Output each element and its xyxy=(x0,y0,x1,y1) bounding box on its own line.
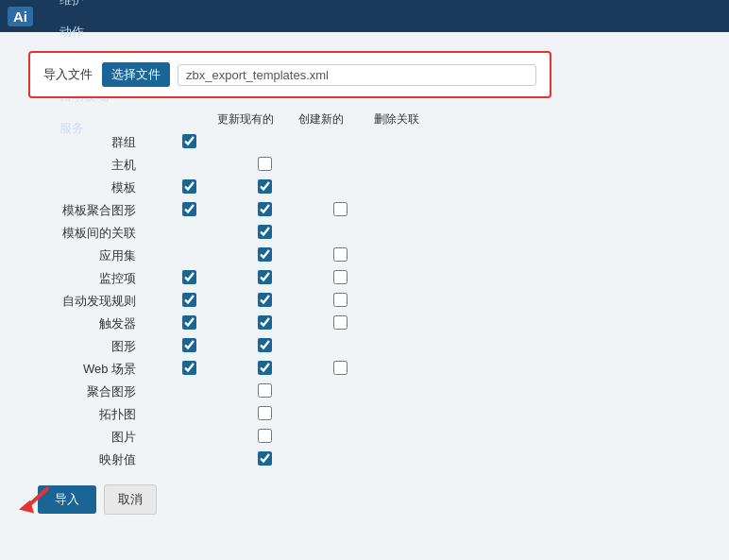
row-label: 自动发现规则 xyxy=(38,290,151,313)
checkbox-update[interactable] xyxy=(151,267,227,290)
checkbox-create[interactable] xyxy=(227,358,302,381)
col-header-create: 创建新的 xyxy=(283,111,359,127)
checkbox-update[interactable] xyxy=(151,245,227,267)
table-row: 模板聚合图形 xyxy=(38,199,378,222)
nav-item-维护[interactable]: 维护 xyxy=(48,0,132,16)
checkbox-update[interactable] xyxy=(151,131,227,154)
col-header-delete: 删除关联 xyxy=(359,111,434,127)
checkbox-create[interactable] xyxy=(227,381,302,403)
checkbox-create[interactable] xyxy=(227,199,302,222)
table-row: 映射值 xyxy=(38,449,378,471)
checkbox-update[interactable] xyxy=(151,154,227,177)
row-label: 模板间的关联 xyxy=(38,222,151,245)
col-header-update: 更新现有的 xyxy=(208,111,283,127)
table-row: 模板 xyxy=(38,177,378,199)
cancel-button[interactable]: 取消 xyxy=(104,484,157,515)
table-row: 图片 xyxy=(38,426,378,449)
checkbox-create[interactable] xyxy=(227,177,302,199)
import-file-box: 导入文件 选择文件 xyxy=(28,51,551,98)
checkbox-delete[interactable] xyxy=(302,313,378,335)
checkbox-create[interactable] xyxy=(227,267,302,290)
table-row: 主机 xyxy=(38,154,378,177)
checkbox-delete-empty xyxy=(302,177,378,199)
checkbox-create[interactable] xyxy=(227,222,302,245)
checkbox-delete-empty xyxy=(302,403,378,426)
checkbox-update[interactable] xyxy=(151,358,227,381)
row-label: 图形 xyxy=(38,335,151,358)
checkbox-update[interactable] xyxy=(151,403,227,426)
checkbox-delete-empty xyxy=(302,131,378,154)
checkbox-create[interactable] xyxy=(227,290,302,313)
checkbox-create[interactable] xyxy=(227,131,302,154)
checkbox-create[interactable] xyxy=(227,154,302,177)
rules-table: 群组主机模板模板聚合图形模板间的关联应用集监控项自动发现规则触发器图形Web 场… xyxy=(38,131,378,471)
checkbox-delete[interactable] xyxy=(302,290,378,313)
checkbox-update[interactable] xyxy=(151,313,227,335)
checkbox-update[interactable] xyxy=(151,222,227,245)
checkbox-create[interactable] xyxy=(227,313,302,335)
checkbox-update[interactable] xyxy=(151,290,227,313)
row-label: 图片 xyxy=(38,426,151,449)
checkbox-delete[interactable] xyxy=(302,245,378,267)
checkbox-delete-empty xyxy=(302,381,378,403)
row-label: 映射值 xyxy=(38,449,151,471)
brand-logo: Ai xyxy=(8,7,33,26)
nav-item-动作[interactable]: 动作 xyxy=(48,16,132,48)
checkbox-create[interactable] xyxy=(227,403,302,426)
checkbox-update[interactable] xyxy=(151,177,227,199)
import-file-label: 导入文件 xyxy=(43,66,93,83)
checkbox-delete[interactable] xyxy=(302,267,378,290)
row-label: 模板聚合图形 xyxy=(38,199,151,222)
action-buttons: 导入 取消 xyxy=(38,484,701,515)
arrow-indicator xyxy=(9,482,55,518)
checkbox-create[interactable] xyxy=(227,335,302,358)
table-row: 模板间的关联 xyxy=(38,222,378,245)
table-row: 自动发现规则 xyxy=(38,290,378,313)
row-label: 模板 xyxy=(38,177,151,199)
checkbox-update[interactable] xyxy=(151,335,227,358)
checkbox-delete-empty xyxy=(302,449,378,471)
table-row: 监控项 xyxy=(38,267,378,290)
row-label: 主机 xyxy=(38,154,151,177)
checkbox-update[interactable] xyxy=(151,426,227,449)
table-row: 应用集 xyxy=(38,245,378,267)
row-label: 监控项 xyxy=(38,267,151,290)
checkbox-delete-empty xyxy=(302,335,378,358)
checkbox-delete-empty xyxy=(302,222,378,245)
rules-header: 更新现有的 创建新的 删除关联 xyxy=(38,111,701,127)
row-label: Web 场景 xyxy=(38,358,151,381)
main-content: 导入文件 选择文件 更新现有的 创建新的 删除关联 群组主机模板模板聚合图形模板… xyxy=(0,32,729,560)
checkbox-create[interactable] xyxy=(227,245,302,267)
table-row: Web 场景 xyxy=(38,358,378,381)
row-label: 应用集 xyxy=(38,245,151,267)
checkbox-delete-empty xyxy=(302,154,378,177)
checkbox-update[interactable] xyxy=(151,449,227,471)
top-navigation: Ai 主机群组模板主机维护动作关联项事件自动发现服务 xyxy=(0,0,729,32)
choose-file-button[interactable]: 选择文件 xyxy=(102,62,170,87)
checkbox-create[interactable] xyxy=(227,449,302,471)
checkbox-create[interactable] xyxy=(227,426,302,449)
row-label: 聚合图形 xyxy=(38,381,151,403)
row-label: 拓扑图 xyxy=(38,403,151,426)
checkbox-update[interactable] xyxy=(151,199,227,222)
rules-section: 更新现有的 创建新的 删除关联 群组主机模板模板聚合图形模板间的关联应用集监控项… xyxy=(38,111,701,471)
table-row: 拓扑图 xyxy=(38,403,378,426)
checkbox-delete[interactable] xyxy=(302,358,378,381)
table-row: 触发器 xyxy=(38,313,378,335)
table-row: 图形 xyxy=(38,335,378,358)
file-name-input[interactable] xyxy=(178,64,536,86)
row-label: 触发器 xyxy=(38,313,151,335)
table-row: 聚合图形 xyxy=(38,381,378,403)
checkbox-delete-empty xyxy=(302,426,378,449)
checkbox-update[interactable] xyxy=(151,381,227,403)
checkbox-delete[interactable] xyxy=(302,199,378,222)
